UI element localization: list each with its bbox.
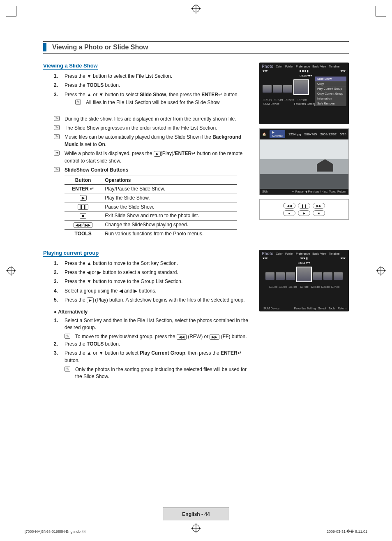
print-metadata: [7000-NA]BN68-01988H-Eng.indb 44 2009-03… xyxy=(25,529,367,534)
subheading-playgroup: Playing current group xyxy=(43,250,99,257)
notes-slideshow: ✎During the slide show, files are displa… xyxy=(54,116,252,174)
remote-pad: ◀◀ ❚❚ ▶▶ ● ▶ ■ xyxy=(259,199,349,220)
context-menu: Slide Show Copy Play Current Group Copy … xyxy=(315,77,346,106)
page-content: Viewing a Photo or Slide Show Viewing a … xyxy=(0,0,392,405)
control-table: Button Operations ENTER ↵Play/Pause the … xyxy=(65,176,237,238)
section-header: Viewing a Photo or Slide Show xyxy=(43,41,349,53)
subheading-slideshow: Viewing a Slide Show xyxy=(43,63,98,70)
steps-playgroup: 1.Press the ▲ button to move to the Sort… xyxy=(54,260,252,304)
screenshot-photo-group: Photo Color Folder Preference Basic View… xyxy=(259,250,349,311)
col-operations: Operations xyxy=(101,176,237,185)
steps-slideshow: 1.Press the ▼ button to select the File … xyxy=(54,73,252,107)
screenshot-photo-menu: Photo Color Folder Preference Basic View… xyxy=(259,63,349,124)
preview-screenshot: 🏠 ▶ Normal 1234.jpg 580x765 2008/12/02 5… xyxy=(259,128,349,195)
section-title: Viewing a Photo or Slide Show xyxy=(52,44,148,51)
alternatively-label: Alternatively xyxy=(54,309,252,315)
page-footer: English - 44 xyxy=(163,507,229,520)
col-button: Button xyxy=(65,176,101,185)
steps-alternatively: 1.Select a Sort key and then in the File… xyxy=(54,317,252,381)
